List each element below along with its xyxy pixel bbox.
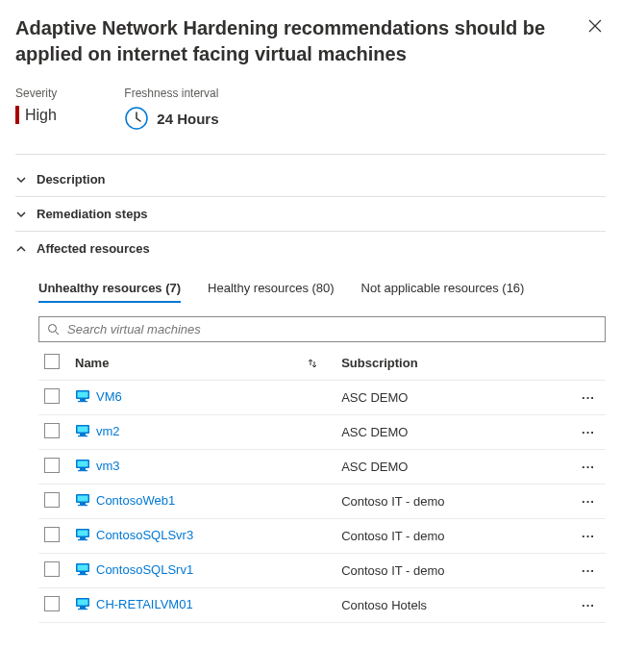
close-button[interactable] (584, 15, 606, 39)
vm-link[interactable]: ContosoSQLSvr3 (75, 528, 193, 542)
search-icon (47, 323, 60, 336)
column-subscription[interactable]: Subscription (335, 346, 571, 381)
table-row: ContosoWeb1Contoso IT - demo··· (38, 485, 606, 519)
table-row: ContosoSQLSrv1Contoso IT - demo··· (38, 554, 606, 588)
page-title: Adaptive Network Hardening recommendatio… (15, 15, 577, 67)
svg-rect-21 (78, 539, 87, 540)
vm-link[interactable]: ContosoWeb1 (75, 493, 175, 508)
svg-rect-27 (78, 600, 88, 606)
vm-link[interactable]: vm2 (75, 424, 120, 438)
vm-link[interactable]: vm3 (75, 459, 120, 473)
table-row: ContosoSQLSvr3Contoso IT - demo··· (38, 519, 606, 554)
subscription-cell: ASC DEMO (335, 450, 571, 485)
vm-link[interactable]: ContosoSQLSrv1 (75, 562, 193, 577)
svg-rect-15 (78, 496, 88, 502)
vm-icon (75, 424, 90, 437)
svg-rect-7 (78, 427, 88, 433)
freshness-label: Freshness interval (124, 87, 218, 100)
subscription-cell: Contoso IT - demo (335, 554, 571, 588)
svg-rect-11 (78, 461, 88, 467)
svg-rect-19 (78, 531, 88, 536)
table-row: VM6ASC DEMO··· (38, 381, 606, 415)
meta-row: Severity High Freshness interval 24 Hour… (15, 87, 606, 155)
svg-rect-23 (78, 565, 88, 571)
row-checkbox[interactable] (44, 458, 60, 473)
vm-icon (75, 493, 90, 507)
vm-name: ContosoSQLSvr3 (96, 528, 193, 542)
section-description-label: Description (37, 172, 106, 187)
resources-table: Name Subscription VM6ASC DEMO···vm2ASC D… (38, 346, 606, 623)
svg-rect-8 (80, 434, 86, 436)
chevron-down-icon (15, 174, 27, 186)
row-checkbox[interactable] (44, 388, 60, 404)
table-row: vm2ASC DEMO··· (38, 415, 606, 450)
row-actions-button[interactable]: ··· (582, 460, 595, 474)
search-box[interactable] (38, 316, 606, 342)
svg-rect-16 (80, 503, 86, 505)
tab-healthy[interactable]: Healthy resources (80) (208, 275, 335, 303)
row-actions-button[interactable]: ··· (582, 494, 595, 509)
vm-name: VM6 (96, 389, 122, 404)
row-checkbox[interactable] (44, 423, 60, 438)
tab-not-applicable[interactable]: Not applicable resources (16) (361, 275, 525, 303)
table-row: vm3ASC DEMO··· (38, 450, 606, 485)
svg-rect-9 (78, 436, 87, 436)
row-actions-button[interactable]: ··· (582, 529, 595, 543)
subscription-cell: ASC DEMO (335, 415, 571, 450)
vm-icon (75, 528, 90, 541)
vm-name: ContosoSQLSrv1 (96, 562, 193, 577)
severity-label: Severity (15, 87, 57, 100)
svg-rect-28 (80, 607, 86, 609)
svg-rect-4 (80, 399, 86, 401)
resource-tabs: Unhealthy resources (7) Healthy resource… (38, 275, 606, 303)
row-actions-button[interactable]: ··· (582, 598, 595, 612)
svg-rect-20 (80, 537, 86, 539)
vm-icon (75, 389, 90, 403)
svg-point-1 (49, 325, 57, 333)
section-description-header[interactable]: Description (15, 162, 606, 196)
row-checkbox[interactable] (44, 492, 60, 508)
row-checkbox[interactable] (44, 561, 60, 577)
clock-icon (124, 106, 149, 131)
svg-rect-12 (80, 468, 86, 470)
subscription-cell: Contoso Hotels (335, 588, 571, 623)
svg-rect-25 (78, 574, 87, 575)
sort-icon[interactable] (307, 358, 318, 369)
svg-rect-3 (78, 392, 88, 398)
section-affected-header[interactable]: Affected resources (15, 232, 606, 265)
row-actions-button[interactable]: ··· (582, 563, 595, 578)
vm-name: vm2 (96, 424, 120, 438)
chevron-down-icon (15, 209, 27, 220)
search-input[interactable] (65, 321, 597, 337)
severity-value: High (15, 106, 57, 124)
vm-icon (75, 459, 90, 472)
svg-rect-13 (78, 470, 87, 471)
section-remediation-header[interactable]: Remediation steps (15, 197, 606, 231)
vm-name: CH-RETAILVM01 (96, 597, 193, 611)
column-name[interactable]: Name (75, 356, 109, 370)
vm-link[interactable]: CH-RETAILVM01 (75, 597, 193, 611)
subscription-cell: Contoso IT - demo (335, 519, 571, 554)
subscription-cell: Contoso IT - demo (335, 485, 571, 519)
row-actions-button[interactable]: ··· (582, 425, 595, 439)
vm-icon (75, 562, 90, 576)
vm-name: ContosoWeb1 (96, 493, 175, 508)
svg-rect-5 (78, 401, 87, 402)
vm-link[interactable]: VM6 (75, 389, 122, 404)
tab-unhealthy[interactable]: Unhealthy resources (7) (38, 275, 181, 303)
svg-rect-29 (78, 609, 87, 610)
subscription-cell: ASC DEMO (335, 381, 571, 415)
svg-rect-17 (78, 505, 87, 506)
row-checkbox[interactable] (44, 596, 60, 611)
chevron-up-icon (15, 243, 27, 255)
vm-name: vm3 (96, 459, 120, 473)
row-actions-button[interactable]: ··· (582, 390, 595, 405)
select-all-checkbox[interactable] (44, 354, 60, 369)
svg-rect-24 (80, 572, 86, 574)
vm-icon (75, 597, 90, 610)
close-icon (588, 19, 602, 33)
row-checkbox[interactable] (44, 527, 60, 542)
section-remediation-label: Remediation steps (37, 207, 148, 221)
freshness-value: 24 Hours (157, 111, 218, 127)
section-affected-label: Affected resources (37, 241, 150, 256)
